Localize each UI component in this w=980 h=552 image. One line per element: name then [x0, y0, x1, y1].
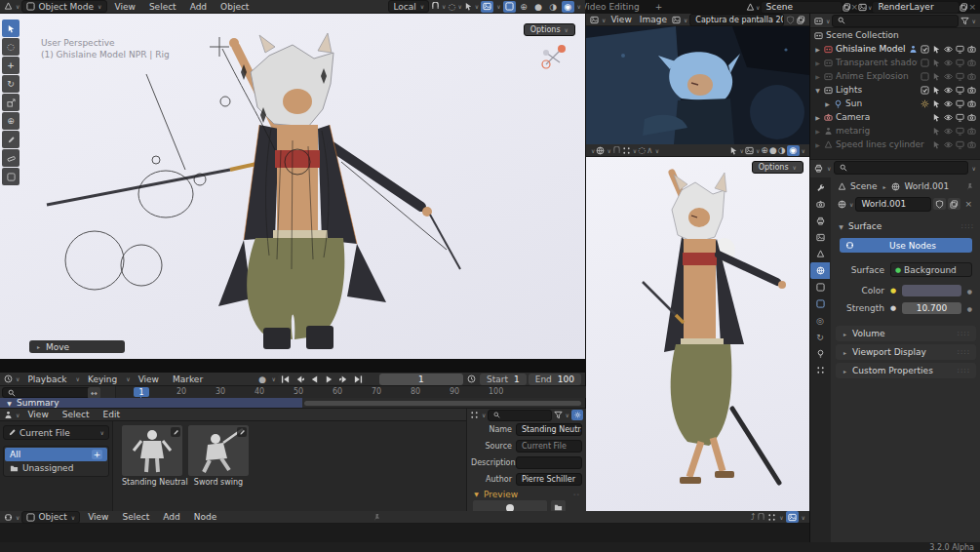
disable-render-icon[interactable]: [967, 72, 976, 81]
selectable-icon[interactable]: [932, 59, 941, 67]
frame-end-field[interactable]: End100: [529, 374, 581, 385]
hide-eye-icon[interactable]: [944, 113, 953, 122]
hide-eye-icon[interactable]: [944, 59, 953, 67]
editor-type-3d-viewport-icon[interactable]: [4, 2, 13, 11]
disable-viewport-icon[interactable]: [956, 59, 964, 67]
asset-description-input[interactable]: [516, 456, 582, 469]
snap-toggle[interactable]: ∨: [431, 1, 446, 13]
chevron-down-icon[interactable]: ∨: [802, 514, 805, 521]
shading-rendered-button[interactable]: ◉: [787, 145, 800, 156]
shader-type-dropdown[interactable]: Object∨: [21, 511, 80, 524]
asset-library-dropdown[interactable]: Current File∨: [3, 425, 109, 440]
checkbox-checked-icon[interactable]: [921, 45, 929, 54]
view-layer-selector[interactable]: RenderLayer: [872, 1, 960, 14]
selectable-icon[interactable]: [932, 86, 941, 95]
panel-drag-handle[interactable]: ::::: [961, 222, 974, 230]
jump-to-start-button[interactable]: [278, 374, 293, 384]
chevron-down-icon[interactable]: ∨: [972, 165, 976, 172]
timeline-menu-view[interactable]: View: [133, 375, 165, 384]
transform-orientation-dropdown[interactable]: Local∨: [388, 0, 429, 13]
expand-icon[interactable]: ▶: [814, 114, 821, 121]
shader-menu-add[interactable]: Add: [157, 512, 185, 522]
dopesheet-search-input[interactable]: [2, 387, 96, 398]
editor-type-timeline-icon[interactable]: [4, 375, 13, 383]
asset-edit-badge[interactable]: [171, 427, 180, 437]
outliner-row-camera[interactable]: ▶ Camera: [810, 110, 980, 124]
axis-gizmo[interactable]: [540, 43, 568, 70]
asset-settings-button[interactable]: [571, 410, 583, 420]
chevron-down-icon[interactable]: ∨: [16, 375, 20, 382]
input-socket-icon[interactable]: ●: [890, 304, 896, 312]
fake-user-shield-icon[interactable]: [786, 16, 795, 24]
asset-grid[interactable]: Standing Neutral Sword swing: [114, 421, 466, 512]
shading-solid-button[interactable]: ●: [532, 1, 545, 13]
shading-material-icon[interactable]: ◑: [778, 145, 786, 155]
chevron-down-icon[interactable]: ∨: [972, 18, 976, 24]
chevron-down-icon[interactable]: ∨: [602, 17, 606, 23]
outliner-row-speed-lines-cylinder[interactable]: ▶ Speed lines cylinder: [810, 138, 980, 151]
selectable-icon[interactable]: [932, 99, 941, 108]
remove-view-layer-icon[interactable]: ×: [968, 2, 976, 12]
asset-card-standing-neutral[interactable]: Standing Neutral: [122, 425, 182, 487]
animate-dot-icon[interactable]: ●: [967, 305, 972, 312]
gizmo-icon[interactable]: [729, 146, 738, 155]
shading-wireframe-icon[interactable]: ⊕: [761, 145, 768, 155]
animate-dot-icon[interactable]: ●: [967, 288, 972, 295]
outliner-row-anime-explosion[interactable]: ▶ Anime Explosion: [810, 69, 980, 83]
timeline-menu-keying[interactable]: Keying: [82, 375, 123, 384]
viewport-menu-add[interactable]: Add: [184, 2, 213, 12]
previous-keyframe-button[interactable]: [293, 374, 307, 384]
outliner-row-sun[interactable]: ▶ Sun: [810, 97, 980, 110]
viewport-menu-select[interactable]: Select: [143, 2, 182, 12]
disable-render-icon[interactable]: [967, 99, 976, 108]
image-name-field[interactable]: Captura de pantalla 2021-02-28 195841.jp…: [689, 14, 784, 26]
hide-eye-icon[interactable]: [944, 127, 953, 136]
volume-panel-header[interactable]: ▸Volume ::::: [836, 326, 976, 341]
selectable-icon[interactable]: [932, 113, 941, 122]
parent-node-tree-icon[interactable]: ⤴: [751, 512, 756, 522]
tool-rotate[interactable]: ↻: [2, 75, 20, 93]
chevron-down-icon[interactable]: ∨: [756, 147, 760, 154]
chevron-down-icon[interactable]: ∨: [16, 514, 20, 521]
asset-edit-badge[interactable]: [237, 427, 247, 437]
tab-output[interactable]: [810, 213, 830, 229]
image-menu-view[interactable]: View: [608, 15, 634, 24]
play-reverse-button[interactable]: [307, 374, 322, 384]
tab-view-layer[interactable]: [810, 229, 830, 246]
tab-modifiers[interactable]: [810, 296, 830, 312]
falloff-curve-icon[interactable]: ∧: [647, 145, 653, 155]
disable-viewport-icon[interactable]: [956, 127, 964, 136]
disable-viewport-icon[interactable]: [956, 140, 964, 149]
shader-menu-view[interactable]: View: [82, 512, 114, 522]
reference-image[interactable]: [586, 26, 809, 144]
viewport-menu-view[interactable]: View: [109, 2, 141, 12]
surface-panel-header[interactable]: ▼Surface ::::: [832, 218, 980, 234]
disable-viewport-icon[interactable]: [956, 86, 964, 95]
filter-icon[interactable]: [554, 411, 563, 419]
tool-cursor[interactable]: ◌: [2, 38, 20, 56]
catalog-all[interactable]: All +: [5, 448, 107, 461]
jump-to-end-button[interactable]: [351, 374, 366, 384]
disable-viewport-icon[interactable]: [956, 113, 964, 122]
tab-tool[interactable]: [810, 179, 830, 196]
overlays-icon[interactable]: [745, 146, 754, 155]
disable-render-icon[interactable]: [967, 113, 976, 122]
timeline-menu-marker[interactable]: Marker: [167, 375, 209, 384]
tool-select-box[interactable]: [2, 20, 20, 37]
asset-search-input[interactable]: [488, 410, 551, 421]
tab-texture[interactable]: [810, 362, 830, 378]
snapping-icon[interactable]: [622, 146, 631, 155]
disable-render-icon[interactable]: [967, 140, 976, 149]
tab-constraints[interactable]: ↻: [810, 329, 830, 345]
copy-datablock-button[interactable]: [948, 198, 960, 210]
tool-annotate[interactable]: [2, 131, 20, 148]
surface-type-dropdown[interactable]: ● Background: [890, 262, 972, 277]
frame-start-field[interactable]: Start1: [480, 374, 527, 385]
next-keyframe-button[interactable]: [336, 374, 351, 384]
checkbox-unchecked-icon[interactable]: [921, 59, 929, 67]
chevron-down-icon[interactable]: ∨: [16, 412, 20, 418]
chevron-down-icon[interactable]: ∨: [655, 147, 659, 154]
timeline-menu-playback[interactable]: Playback: [21, 375, 72, 384]
chevron-down-icon[interactable]: ∨: [496, 3, 500, 10]
input-socket-icon[interactable]: ●: [890, 287, 896, 295]
